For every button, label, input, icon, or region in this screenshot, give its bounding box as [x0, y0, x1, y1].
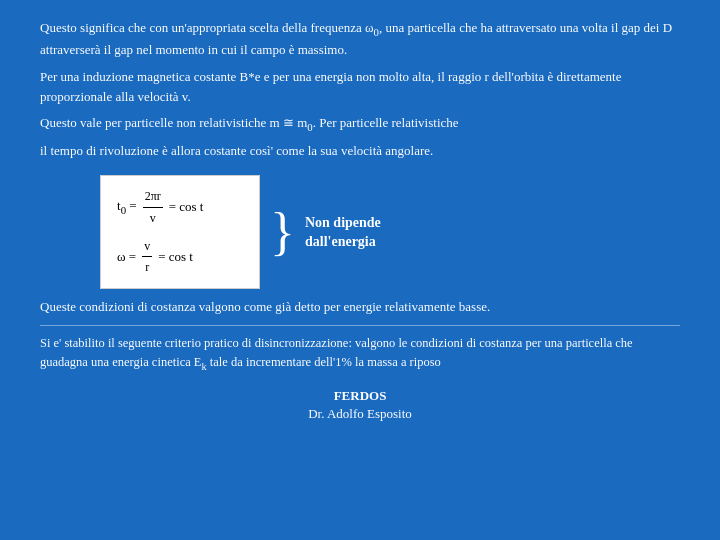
fraction-1: 2πr v: [143, 186, 163, 228]
formula-line-2: ω = v r = cos t: [117, 236, 243, 278]
bottom-section: Si e' stabilito il seguente criterio pra…: [40, 334, 680, 374]
fraction-2: v r: [142, 236, 152, 278]
paragraph-3: Questo vale per particelle non relativis…: [40, 113, 680, 135]
footer: FERDOS Dr. Adolfo Esposito: [40, 388, 680, 422]
footer-author: Dr. Adolfo Esposito: [40, 406, 680, 422]
paragraph-1: Questo significa che con un'appropriata …: [40, 18, 680, 61]
curly-brace: }: [270, 206, 295, 258]
bottom-text: Si e' stabilito il seguente criterio pra…: [40, 334, 680, 374]
paragraph-4: il tempo di rivoluzione è allora costant…: [40, 141, 680, 161]
conditions-text: Queste condizioni di costanza valgono co…: [40, 299, 680, 315]
formula-box: t0 = 2πr v = cos t ω = v r = cos t: [100, 175, 260, 289]
non-dipende-label: Non dipendedall'energia: [305, 213, 381, 252]
formula-section: t0 = 2πr v = cos t ω = v r = cos t } Non…: [100, 175, 680, 289]
formula-line-1: t0 = 2πr v = cos t: [117, 186, 243, 228]
footer-ferdos: FERDOS: [40, 388, 680, 404]
paragraph-2: Per una induzione magnetica costante B*e…: [40, 67, 680, 107]
main-container: Questo significa che con un'appropriata …: [0, 0, 720, 540]
separator: [40, 325, 680, 326]
